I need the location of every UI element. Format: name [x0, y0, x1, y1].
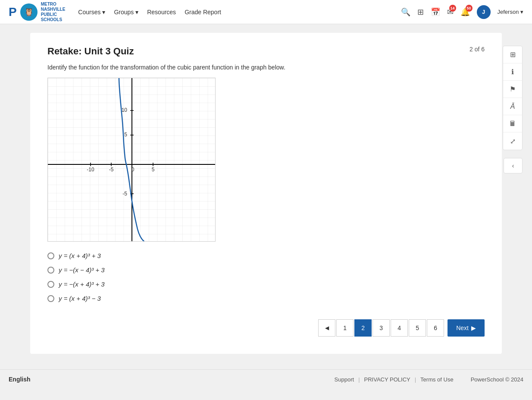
footer-sep-2: |	[415, 376, 416, 383]
svg-text:-5: -5	[109, 167, 114, 173]
choice-text-2: y = −(x − 4)³ + 3	[59, 266, 105, 274]
privacy-link[interactable]: PRIVACY POLICY	[364, 376, 410, 383]
text-tool-button[interactable]: Ā	[503, 98, 522, 115]
choice-text-3: y = −(x + 4)³ + 3	[59, 280, 105, 288]
apps-icon[interactable]: ⊞	[417, 7, 424, 17]
nav-groups[interactable]: Groups ▾	[114, 9, 138, 16]
search-icon[interactable]: 🔍	[401, 7, 410, 17]
main-wrapper: Retake: Unit 3 Quiz 2 of 6 ⊞ ℹ ⚑ Ā 🖩 ⤢ ‹…	[0, 24, 532, 369]
footer: English Support | PRIVACY POLICY | Terms…	[0, 369, 532, 389]
page-6-button[interactable]: 6	[427, 319, 444, 337]
next-arrow-icon: ▶	[471, 324, 476, 331]
calendar-icon[interactable]: 📅	[431, 7, 440, 17]
nav-courses[interactable]: Courses ▾	[78, 9, 105, 16]
page-4-button[interactable]: 4	[391, 319, 408, 337]
radio-1[interactable]	[47, 252, 54, 259]
terms-link[interactable]: Terms of Use	[420, 376, 454, 383]
collapse-sidebar-button[interactable]: ‹	[504, 158, 523, 173]
mail-badge: 14	[449, 5, 456, 12]
next-button[interactable]: Next ▶	[448, 319, 485, 337]
radio-4[interactable]	[47, 295, 54, 302]
logo-owl-icon: 🦉	[20, 3, 38, 21]
answer-choice-2[interactable]: y = −(x − 4)³ + 3	[47, 266, 485, 274]
graph-svg: -10 -5 0 5 10 5 -5	[47, 78, 216, 242]
page-5-button[interactable]: 5	[409, 319, 426, 337]
footer-links: Support | PRIVACY POLICY | Terms of Use	[335, 376, 454, 383]
svg-text:5: 5	[152, 167, 155, 173]
logo[interactable]: P 🦉 METRO NASHVILLE PUBLIC SCHOOLS	[9, 2, 65, 22]
expand-tool-button[interactable]: ⤢	[503, 132, 522, 150]
avatar[interactable]: J	[477, 5, 491, 19]
page-1-button[interactable]: 1	[336, 319, 354, 337]
grid-tool-button[interactable]: ⊞	[503, 46, 522, 63]
logo-school-name: METRO NASHVILLE PUBLIC SCHOOLS	[41, 2, 66, 22]
next-label: Next	[456, 324, 469, 331]
nav-grade-report[interactable]: Grade Report	[185, 9, 221, 16]
user-name[interactable]: Jeferson ▾	[498, 9, 523, 15]
navbar: P 🦉 METRO NASHVILLE PUBLIC SCHOOLS Cours…	[0, 0, 532, 24]
quiz-progress: 2 of 6	[469, 46, 485, 53]
svg-text:-10: -10	[87, 167, 94, 173]
page-2-button[interactable]: 2	[354, 319, 372, 337]
svg-text:5: 5	[124, 132, 127, 138]
footer-sep-1: |	[358, 376, 360, 383]
sidebar-tools: ⊞ ℹ ⚑ Ā 🖩 ⤢	[503, 46, 523, 150]
flag-tool-button[interactable]: ⚑	[503, 81, 522, 98]
quiz-title: Retake: Unit 3 Quiz	[47, 46, 485, 57]
svg-text:10: 10	[122, 107, 128, 113]
info-tool-button[interactable]: ℹ	[503, 63, 522, 81]
nav-resources[interactable]: Resources	[147, 9, 176, 16]
answer-choice-1[interactable]: y = (x + 4)³ + 3	[47, 252, 485, 259]
radio-3[interactable]	[47, 281, 54, 288]
content-card: Retake: Unit 3 Quiz 2 of 6 ⊞ ℹ ⚑ Ā 🖩 ⤢ ‹…	[30, 33, 502, 354]
nav-right: 🔍 ⊞ 📅 ✉ 14 🔔 50 J Jeferson ▾	[401, 5, 523, 19]
language-selector[interactable]: English	[9, 376, 31, 383]
pagination-bar: ◀ 1 2 3 4 5 6 Next ▶	[47, 319, 485, 337]
page-3-button[interactable]: 3	[372, 319, 390, 337]
prev-page-button[interactable]: ◀	[318, 319, 335, 337]
bell-badge: 50	[466, 5, 473, 12]
bell-icon[interactable]: 🔔 50	[460, 7, 470, 17]
calc-tool-button[interactable]: 🖩	[503, 115, 522, 132]
svg-text:-5: -5	[122, 191, 127, 197]
choice-text-4: y = (x + 4)³ − 3	[59, 295, 101, 302]
choice-text-1: y = (x + 4)³ + 3	[59, 252, 101, 259]
logo-p-letter: P	[9, 5, 17, 19]
mail-icon[interactable]: ✉ 14	[447, 7, 454, 17]
support-link[interactable]: Support	[335, 376, 354, 383]
answer-choice-3[interactable]: y = −(x + 4)³ + 3	[47, 280, 485, 288]
copyright: PowerSchool © 2024	[471, 376, 523, 383]
question-text: Identify the function for the transforma…	[47, 64, 485, 71]
svg-text:0: 0	[131, 167, 135, 173]
radio-2[interactable]	[47, 267, 54, 274]
nav-links: Courses ▾ Groups ▾ Resources Grade Repor…	[78, 9, 221, 16]
answer-choices: y = (x + 4)³ + 3 y = −(x − 4)³ + 3 y = −…	[47, 252, 485, 302]
graph-container: -10 -5 0 5 10 5 -5	[47, 78, 216, 242]
answer-choice-4[interactable]: y = (x + 4)³ − 3	[47, 295, 485, 302]
